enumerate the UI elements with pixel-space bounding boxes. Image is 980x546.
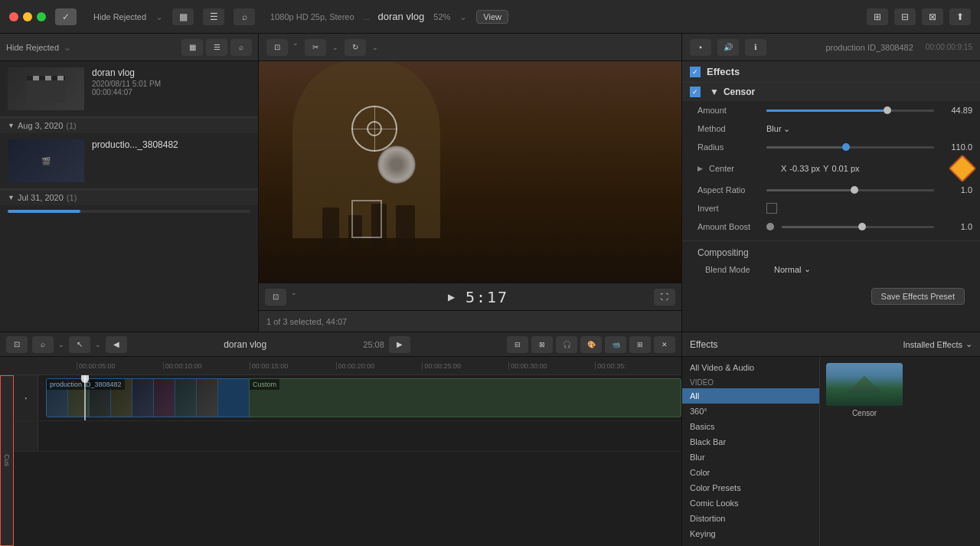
custom-clip[interactable]: Custom (249, 378, 681, 417)
amount-slider[interactable] (766, 110, 934, 112)
radius-slider-wrap[interactable] (766, 146, 934, 149)
color-icon[interactable]: 🎨 (580, 336, 602, 353)
boost-slider-wrap[interactable] (766, 223, 934, 230)
aspect-slider[interactable] (766, 189, 934, 191)
cursor-chevron[interactable]: ⌄ (95, 341, 101, 348)
inspector-icon[interactable]: ⊠ (922, 8, 943, 25)
media-duration: 00:00:44:07 (92, 88, 250, 96)
list-icon[interactable]: ☰ (206, 39, 227, 56)
speed-chevron[interactable]: ⌄ (372, 44, 378, 51)
maximize-button[interactable] (37, 12, 46, 21)
video-scope-icon[interactable]: 📹 (605, 336, 626, 353)
method-dropdown[interactable]: Blur ⌄ (766, 124, 790, 134)
censor-thumb[interactable]: Censor (826, 363, 903, 417)
list-item[interactable]: doran vlog 2020/08/11 5:01 PM 00:00:44:0… (0, 61, 258, 117)
top-bar: ✓ Hide Rejected ⌄ ▦ ☰ ⌕ 1080p HD 25p, St… (0, 0, 980, 34)
clip-icon[interactable]: ▪ (690, 39, 711, 56)
color-presets-item[interactable]: Color Presets (682, 480, 819, 495)
installed-effects-button[interactable]: Installed Effects ⌄ (903, 339, 972, 349)
filter-dropdown[interactable]: Hide Rejected (6, 43, 59, 52)
info-icon[interactable]: ℹ (745, 39, 766, 56)
list-item[interactable]: 🎬 productio..._3808482 (0, 133, 258, 189)
search-icon[interactable]: ⌕ (234, 8, 255, 25)
keyframe-diamond[interactable] (949, 155, 977, 183)
playback-controls: ▶ 5:17 (443, 288, 508, 306)
date-group-jul31[interactable]: ▼ Jul 31, 2020 (1) (0, 189, 258, 205)
blend-mode-dropdown[interactable]: Normal ⌄ (774, 264, 811, 274)
fullscreen-btn[interactable]: ⛶ (654, 289, 681, 306)
blur-item[interactable]: Blur (682, 450, 819, 465)
speed-icon[interactable]: ↻ (345, 39, 366, 56)
transform-icon[interactable]: ⊡ (265, 289, 286, 306)
effects-browser-toolbar: Effects Installed Effects ⌄ (682, 332, 980, 357)
radius-label: Radius (697, 142, 766, 152)
radius-slider[interactable] (766, 146, 934, 149)
all-item[interactable]: All (682, 388, 819, 404)
basics-item[interactable]: Basics (682, 419, 819, 434)
cursor-icon[interactable]: ↖ (69, 336, 90, 353)
prev-nav[interactable]: ◀ (106, 336, 127, 353)
blend-label: Blend Mode (705, 265, 774, 274)
timeline-layout-icon[interactable]: ⊡ (6, 336, 28, 353)
track-label: ▪ (14, 375, 38, 420)
invert-checkbox[interactable] (766, 203, 777, 214)
audio-icon[interactable]: 🔊 (717, 39, 739, 56)
share-icon[interactable]: ⬆ (949, 8, 971, 25)
timeline-icon[interactable]: ⊟ (894, 8, 916, 25)
track-content-2[interactable] (38, 421, 681, 451)
radius-handle[interactable] (842, 143, 850, 151)
clip-grid-icon[interactable]: ▦ (181, 39, 203, 56)
clip-view-icon[interactable]: ▦ (172, 8, 194, 25)
boost-handle[interactable] (858, 223, 866, 230)
transform-chevron[interactable]: ⌄ (291, 289, 297, 306)
ruler-1: 00:00:10:00 (163, 362, 250, 370)
sync-icon[interactable]: ✓ (55, 8, 77, 25)
zoom-dropdown-icon[interactable]: ⌄ (459, 11, 467, 22)
video-scene (259, 61, 681, 283)
distortion-item[interactable]: Distortion (682, 511, 819, 526)
zoom-chevron[interactable]: ⌄ (58, 341, 64, 348)
expand-icon[interactable]: ⊞ (629, 336, 651, 353)
library-search-icon[interactable]: ⌕ (230, 39, 252, 56)
view-chevron[interactable]: ⌄ (292, 39, 299, 56)
all-video-audio-item[interactable]: All Video & Audio (682, 360, 819, 375)
audio-lanes-icon[interactable]: ⊟ (507, 336, 528, 353)
aspect-slider-wrap[interactable] (766, 189, 934, 191)
amount-handle[interactable] (884, 106, 891, 114)
jul-count-label: (1) (67, 193, 77, 202)
censor-expand-icon: ▼ (710, 87, 719, 97)
amount-value: 44.89 (934, 106, 972, 115)
play-button[interactable]: ▶ (443, 288, 461, 306)
save-preset-row: Save Effects Preset (690, 277, 972, 316)
censor-checkbox[interactable]: ✓ (690, 87, 701, 97)
save-effects-preset-button[interactable]: Save Effects Preset (871, 288, 965, 305)
amount-slider-wrap[interactable] (766, 110, 934, 112)
timeline-zoom-icon[interactable]: ⌕ (32, 336, 54, 353)
grid-view-icon[interactable]: ⊞ (867, 8, 888, 25)
trim-chevron[interactable]: ⌄ (332, 44, 338, 51)
trim-icon[interactable]: ✂ (305, 39, 326, 56)
effects-checkbox[interactable]: ✓ (690, 67, 701, 77)
frame-icon[interactable]: ⊡ (266, 39, 288, 56)
boost-slider[interactable] (782, 226, 934, 228)
date-group-aug3[interactable]: ▼ Aug 3, 2020 (1) (0, 117, 258, 133)
timeline-tracks: Cus ▪ production ID_3808482 (0, 375, 681, 546)
browser-title: Effects (690, 339, 717, 350)
aspect-handle[interactable] (851, 186, 858, 194)
list-view-icon[interactable]: ☰ (203, 8, 224, 25)
fullscreen-icon[interactable]: ⛶ (654, 289, 675, 306)
track-content[interactable]: production ID_3808482 (38, 375, 681, 420)
clip-height-icon[interactable]: ⊠ (531, 336, 553, 353)
effects-section-header: ✓ Effects (682, 61, 980, 83)
view-button[interactable]: View (476, 10, 508, 24)
minimize-button[interactable] (23, 12, 32, 21)
headphones-icon[interactable]: 🎧 (556, 336, 577, 353)
360-item[interactable]: 360° (682, 404, 819, 419)
color-item[interactable]: Color (682, 465, 819, 480)
keying-item[interactable]: Keying (682, 526, 819, 541)
close-button[interactable] (9, 12, 18, 21)
black-bar-item[interactable]: Black Bar (682, 434, 819, 450)
close-timeline-icon[interactable]: ✕ (654, 336, 675, 353)
next-nav[interactable]: ▶ (389, 336, 410, 353)
comic-looks-item[interactable]: Comic Looks (682, 495, 819, 511)
